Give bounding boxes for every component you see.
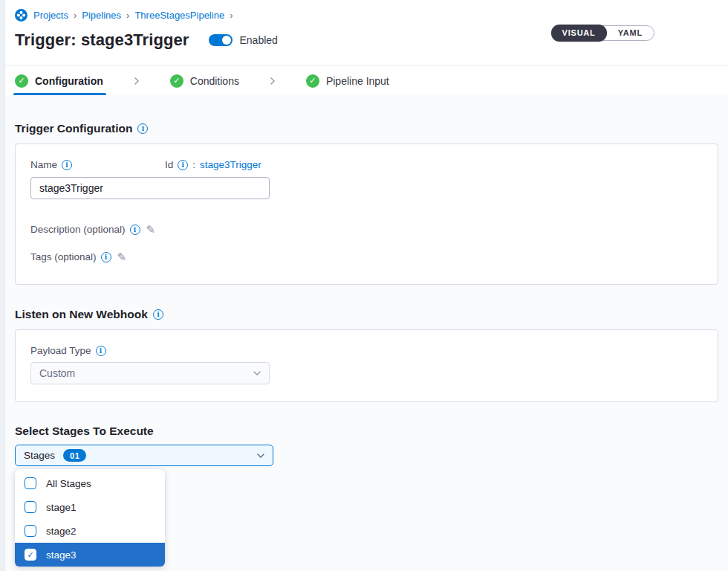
label-text: Tags (optional) [30,251,97,262]
edit-description-icon[interactable]: ✎ [146,224,156,235]
trigger-wizard-page: Projects › Pipelines › ThreeStagesPipeli… [5,0,728,571]
stage-option-label: stage3 [46,549,77,561]
breadcrumb-link-pipeline-name[interactable]: ThreeStagesPipeline [134,10,224,21]
chevron-down-icon [253,370,261,377]
description-field: Description (optional) i ✎ [30,224,703,235]
stage-option[interactable]: ✓ stage3 [15,543,165,567]
info-icon[interactable]: i [137,123,148,134]
edit-tags-icon[interactable]: ✎ [117,251,127,262]
id-colon: : [192,159,195,170]
stage-option-label: stage1 [46,502,77,513]
stage-option[interactable]: ✓ stage2 [15,519,165,543]
breadcrumb-link-pipelines[interactable]: Pipelines [82,10,121,21]
checkbox[interactable]: ✓ [25,549,36,561]
webhook-heading: Listen on New Webhook i [15,308,718,321]
stage-option[interactable]: ✓ All Stages [15,471,165,495]
page-header: Projects › Pipelines › ThreeStagesPipeli… [5,0,728,65]
webhook-card: Payload Type i Custom [15,329,718,402]
stages-dropdown-label: Stages [24,450,55,461]
tab-configuration[interactable]: ✓ Configuration [15,66,103,95]
breadcrumb-separator: › [230,10,233,21]
breadcrumb-link-projects[interactable]: Projects [33,10,68,21]
visual-yaml-toggle: VISUAL YAML [551,25,655,41]
tab-pipeline-input[interactable]: ✓ Pipeline Input [306,66,389,95]
tab-label: Conditions [190,75,239,87]
check-circle-icon: ✓ [170,74,183,88]
description-label: Description (optional) i [30,224,140,235]
trigger-configuration-card: Name i Id i : stage3Trigger Description … [15,143,718,285]
breadcrumb-separator: › [74,10,77,21]
chevron-right-icon [269,66,276,95]
info-icon[interactable]: i [130,225,140,235]
id-display: Id i : stage3Trigger [165,159,261,170]
payload-type-select[interactable]: Custom [30,362,270,384]
label-text: Payload Type [30,345,91,356]
checkbox[interactable]: ✓ [25,477,36,489]
collapsed-sidebar-strip [0,0,5,571]
tab-label: Configuration [35,75,103,87]
check-circle-icon: ✓ [306,74,319,88]
section-title: Select Stages To Execute [15,425,154,438]
tab-conditions[interactable]: ✓ Conditions [170,66,239,95]
check-circle-icon: ✓ [15,74,28,88]
select-stages-heading: Select Stages To Execute [15,425,718,438]
stages-dropdown-menu: ✓ All Stages ✓ stage1 ✓ stage2 ✓ stage3 [15,469,165,567]
stage-option[interactable]: ✓ stage1 [15,495,165,519]
section-title: Trigger Configuration [15,122,132,135]
trigger-name-input[interactable] [30,177,270,199]
id-label: Id [165,159,173,170]
visual-toggle-button[interactable]: VISUAL [551,25,607,42]
tags-label: Tags (optional) i [30,251,111,262]
stage-option-label: stage2 [46,526,77,537]
info-icon[interactable]: i [153,309,163,320]
label-text: Description (optional) [30,224,126,235]
name-field-label: Name i [30,159,72,170]
payload-type-value: Custom [39,367,75,379]
info-icon[interactable]: i [62,160,72,170]
breadcrumb-separator: › [126,10,129,21]
section-title: Listen on New Webhook [15,308,148,321]
info-icon[interactable]: i [178,160,188,170]
id-value-link[interactable]: stage3Trigger [200,159,261,170]
chevron-down-icon [257,452,264,459]
payload-type-label: Payload Type i [30,345,703,356]
toggle-knob [222,36,231,45]
page-title: Trigger: stage3Trigger [15,30,189,50]
tags-field: Tags (optional) i ✎ [30,251,703,262]
label-text: Name [30,159,57,170]
trigger-configuration-heading: Trigger Configuration i [15,122,718,135]
stages-multiselect-dropdown[interactable]: Stages 01 [15,445,273,466]
enabled-toggle[interactable] [209,34,233,46]
checkbox[interactable]: ✓ [25,525,36,537]
chevron-right-icon [133,66,140,95]
yaml-toggle-button[interactable]: YAML [607,25,654,41]
stage-option-label: All Stages [46,478,91,489]
checkbox[interactable]: ✓ [25,501,36,513]
selected-count-badge: 01 [63,449,86,462]
info-icon[interactable]: i [101,252,111,262]
tab-label: Pipeline Input [326,75,389,87]
configuration-panel: Trigger Configuration i Name i Id i : st… [5,122,728,567]
info-icon[interactable]: i [96,346,106,356]
harness-project-icon [15,9,27,22]
enabled-toggle-label: Enabled [240,34,278,46]
breadcrumb: Projects › Pipelines › ThreeStagesPipeli… [15,9,728,22]
wizard-tabbar: ✓ Configuration ✓ Conditions ✓ Pipeline … [5,65,728,95]
